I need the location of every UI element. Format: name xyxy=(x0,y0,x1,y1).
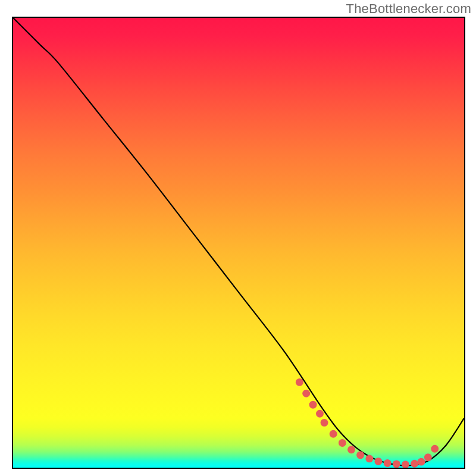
scatter-point xyxy=(356,451,364,459)
scatter-point xyxy=(339,439,346,447)
scatter-markers xyxy=(296,378,439,468)
chart-area xyxy=(12,17,465,469)
scatter-point xyxy=(321,419,328,427)
scatter-point xyxy=(309,401,317,409)
scatter-point xyxy=(402,461,409,468)
scatter-point xyxy=(302,390,310,397)
scatter-point xyxy=(418,458,425,466)
scatter-point xyxy=(424,453,432,461)
scatter-point xyxy=(431,445,439,453)
scatter-point xyxy=(411,460,418,468)
scatter-point xyxy=(365,455,373,462)
scatter-point xyxy=(374,458,382,465)
scatter-point xyxy=(330,430,337,438)
scatter-point xyxy=(316,410,324,418)
main-line-series xyxy=(13,18,464,466)
scatter-point xyxy=(296,378,303,386)
scatter-point xyxy=(393,460,400,468)
watermark-text: TheBottlenecker.com xyxy=(346,1,471,17)
scatter-point xyxy=(384,459,392,467)
scatter-point xyxy=(347,446,355,453)
chart-svg xyxy=(13,18,464,468)
